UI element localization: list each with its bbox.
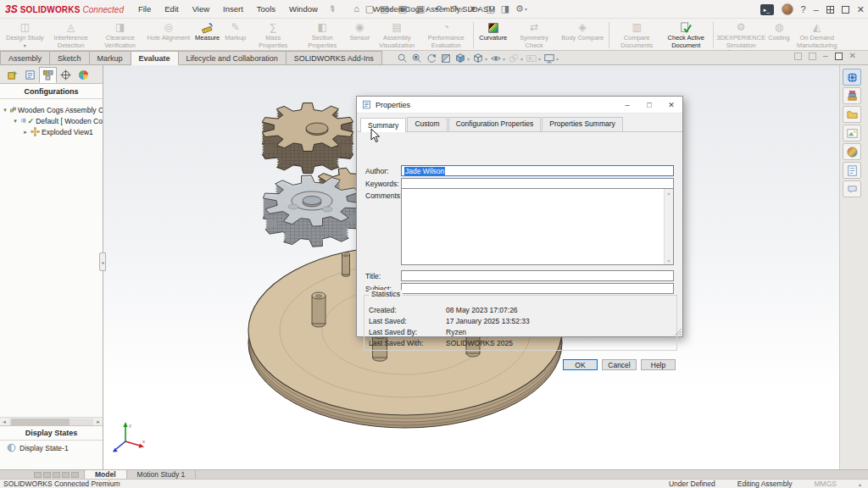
zoom-to-fit-icon[interactable] [397, 53, 409, 64]
attach-icon[interactable]: ◫ [483, 3, 497, 14]
tab-assembly[interactable]: Assembly [0, 51, 50, 65]
dialog-resize-grip[interactable] [675, 329, 682, 336]
display-style-icon[interactable]: ▾ [472, 53, 487, 64]
tree-label: Default [ Wooden Cogs Assembly ] [36, 117, 103, 125]
view-palette-icon[interactable] [843, 125, 861, 141]
tab-properties-summary[interactable]: Properties Summary [542, 117, 622, 131]
help-button[interactable]: ? [801, 5, 806, 14]
panel-collapse-handle[interactable]: ◂ [99, 252, 106, 271]
motion-study-tab[interactable]: Motion Study 1 [127, 470, 197, 479]
forum-icon[interactable] [843, 180, 861, 197]
minimize-button[interactable]: – [814, 5, 819, 14]
scroll-down-icon[interactable]: ▾ [667, 258, 670, 263]
subject-field[interactable] [401, 283, 674, 294]
splitter-icon[interactable] [43, 472, 51, 478]
status-units[interactable]: MMGS [815, 480, 837, 488]
dimxpertmanager-tab[interactable] [57, 67, 75, 83]
splitter-icon[interactable] [53, 472, 60, 478]
restore-button[interactable] [842, 6, 849, 14]
redo-icon[interactable]: ↷▾ [449, 3, 465, 14]
doc-close-button[interactable]: ✕ [849, 52, 856, 60]
tree-row-root[interactable]: ▾ Wooden Cogs Assembly Configuration(s) [2, 104, 103, 115]
featuremanager-tab[interactable] [3, 67, 21, 83]
tab-sketch[interactable]: Sketch [50, 51, 90, 65]
author-field[interactable]: Jade Wilson [401, 165, 674, 176]
scrollbar-thumb[interactable] [11, 419, 70, 425]
menu-edit[interactable]: Edit [159, 2, 184, 16]
tab-custom[interactable]: Custom [407, 117, 447, 131]
undo-icon[interactable]: ↶▾ [432, 3, 448, 14]
menu-file[interactable]: File [132, 2, 157, 16]
dialog-close-button[interactable]: ✕ [660, 97, 682, 114]
options-icon[interactable]: ⚙▾ [513, 3, 530, 14]
3dsearch-button[interactable]: ▸_ [760, 4, 774, 15]
view-settings-icon[interactable]: ▾ [543, 53, 559, 64]
previous-view-icon[interactable] [426, 53, 437, 64]
propertymanager-tab[interactable] [21, 67, 39, 83]
view-orientation-icon[interactable]: ▾ [454, 53, 470, 64]
status-caret-icon[interactable]: ▴ [859, 481, 861, 487]
new-document-icon[interactable]: ▢ [363, 3, 376, 14]
panes-icon[interactable]: ◨ [498, 3, 512, 14]
doc-pane-icon[interactable] [794, 53, 802, 60]
section-view-icon[interactable] [440, 53, 452, 64]
home-icon[interactable]: ⌂ [351, 3, 362, 14]
model-tab[interactable]: Model [84, 470, 127, 479]
expand-arrow-icon[interactable]: ▸ [22, 129, 29, 136]
design-library-icon[interactable] [843, 87, 861, 104]
help-button-dialog[interactable]: Help [641, 359, 676, 370]
tab-summary[interactable]: Summary [360, 118, 406, 132]
tab-lifecycle[interactable]: Lifecycle and Collaboration [179, 51, 287, 65]
cancel-button[interactable]: Cancel [602, 359, 637, 370]
scroll-up-icon[interactable]: ▴ [667, 190, 670, 196]
tree-row-exploded[interactable]: ▸ Exploded View1 [2, 126, 103, 137]
splitter-icon[interactable] [71, 472, 79, 478]
print-icon[interactable]: ▥▾ [414, 3, 431, 14]
display-state-item[interactable]: Display State-1 [0, 441, 103, 454]
tab-addins[interactable]: SOLIDWORKS Add-Ins [287, 51, 382, 65]
panel-horizontal-scrollbar[interactable]: ◂ ▸ [0, 417, 103, 425]
menu-view[interactable]: View [186, 2, 215, 16]
scroll-left-icon[interactable]: ◂ [0, 419, 8, 425]
section-properties-button: ◧Section Properties [298, 20, 347, 49]
doc-restore-button[interactable] [835, 53, 843, 60]
tab-markup[interactable]: Markup [90, 51, 131, 65]
3dexperience-icon[interactable] [843, 69, 861, 86]
appearances-scenes-icon[interactable] [843, 143, 861, 160]
open-icon[interactable]: ▤▾ [377, 3, 394, 14]
tab-configuration-properties[interactable]: Configuration Properties [448, 117, 542, 131]
displaymanager-tab[interactable] [75, 67, 92, 83]
comments-scrollbar[interactable]: ▴▾ [664, 189, 673, 264]
dialog-maximize-button[interactable]: □ [638, 97, 660, 114]
curvature-button[interactable]: Curvature [476, 20, 509, 42]
ok-button[interactable]: OK [563, 359, 598, 370]
scroll-right-icon[interactable]: ▸ [94, 419, 103, 425]
save-icon[interactable]: ▣▾ [396, 3, 413, 14]
menu-window[interactable]: Window [283, 2, 324, 16]
expand-arrow-icon[interactable]: ▾ [12, 118, 19, 125]
hide-show-items-icon[interactable]: ▾ [490, 53, 505, 64]
menu-tools[interactable]: Tools [251, 2, 281, 16]
measure-button[interactable]: Measure [192, 20, 222, 42]
tab-evaluate[interactable]: Evaluate [131, 51, 179, 65]
select-icon[interactable]: ➤▾ [466, 3, 482, 14]
splitter-icon[interactable] [62, 472, 70, 478]
dialog-title-bar[interactable]: Properties – □ ✕ [357, 97, 682, 114]
doc-minimize-button[interactable]: – [823, 52, 828, 60]
tree-row-default[interactable]: ▾ ✓ Default [ Wooden Cogs Assembly ] [2, 115, 103, 126]
layout-grid-button[interactable] [826, 6, 834, 14]
user-avatar[interactable] [782, 3, 793, 15]
comments-field[interactable]: ▴▾ [401, 188, 674, 265]
splitter-icon[interactable] [34, 472, 42, 478]
dialog-minimize-button[interactable]: – [616, 97, 638, 114]
pin-menu-icon[interactable]: ✎ [326, 3, 337, 15]
file-explorer-icon[interactable] [843, 106, 861, 123]
menu-insert[interactable]: Insert [217, 2, 249, 16]
doc-pane2-icon[interactable] [809, 53, 816, 60]
title-field[interactable] [401, 270, 674, 281]
close-button[interactable]: ✕ [857, 5, 865, 14]
expand-arrow-icon[interactable]: ▾ [2, 107, 8, 114]
zoom-to-area-icon[interactable] [411, 53, 423, 64]
custom-properties-icon[interactable] [843, 162, 861, 179]
configurationmanager-tab[interactable] [39, 67, 57, 83]
